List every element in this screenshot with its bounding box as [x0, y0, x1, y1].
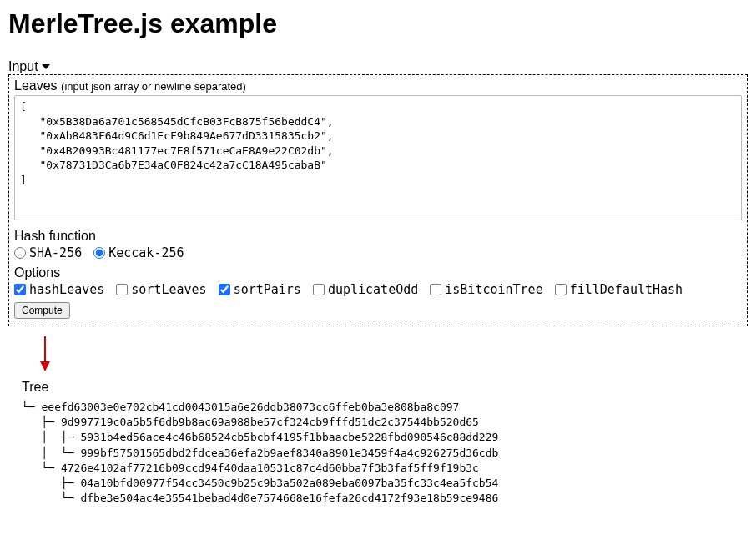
opt-duplicateodd[interactable]: duplicateOdd	[313, 282, 418, 297]
input-panel: Leaves (input json array or newline sepa…	[8, 74, 748, 326]
hash-function-label: Hash function	[14, 229, 742, 244]
opt-sortleaves-checkbox[interactable]	[116, 284, 128, 295]
leaves-textarea[interactable]	[14, 95, 742, 220]
input-section-label: Input	[8, 59, 38, 74]
hash-function-row: SHA-256 Keccak-256	[14, 245, 742, 260]
opt-hashleaves[interactable]: hashLeaves	[14, 282, 104, 297]
hash-sha256-option[interactable]: SHA-256	[14, 245, 82, 260]
options-label: Options	[14, 265, 742, 280]
svg-marker-2	[40, 361, 50, 371]
opt-hashleaves-checkbox[interactable]	[14, 284, 26, 295]
opt-sortleaves[interactable]: sortLeaves	[116, 282, 206, 297]
hash-sha256-radio[interactable]	[14, 247, 26, 259]
svg-marker-0	[42, 64, 50, 69]
opt-sortpairs-checkbox[interactable]	[219, 284, 230, 295]
opt-filldefaulthash-checkbox[interactable]	[555, 284, 567, 295]
arrow-down-icon	[38, 335, 748, 375]
opt-duplicateodd-checkbox[interactable]	[313, 284, 325, 295]
options-row: hashLeaves sortLeaves sortPairs duplicat…	[14, 282, 742, 297]
opt-isbitcointree[interactable]: isBitcoinTree	[430, 282, 542, 297]
tree-label: Tree	[22, 380, 748, 395]
hash-keccak256-option[interactable]: Keccak-256	[93, 245, 184, 260]
leaves-hint: (input json array or newline separated)	[61, 80, 246, 93]
caret-down-icon	[42, 59, 50, 74]
hash-keccak256-radio[interactable]	[93, 247, 105, 259]
opt-sortpairs[interactable]: sortPairs	[219, 282, 301, 297]
opt-isbitcointree-checkbox[interactable]	[430, 284, 441, 295]
tree-output: └─ eeefd63003e0e702cb41cd0043015a6e26ddb…	[22, 400, 748, 506]
compute-button[interactable]: Compute	[14, 302, 70, 319]
leaves-label: Leaves (input json array or newline sepa…	[14, 78, 742, 93]
page-title: MerleTree.js example	[8, 8, 748, 39]
opt-filldefaulthash[interactable]: fillDefaultHash	[555, 282, 683, 297]
input-section-toggle[interactable]: Input	[8, 59, 50, 74]
